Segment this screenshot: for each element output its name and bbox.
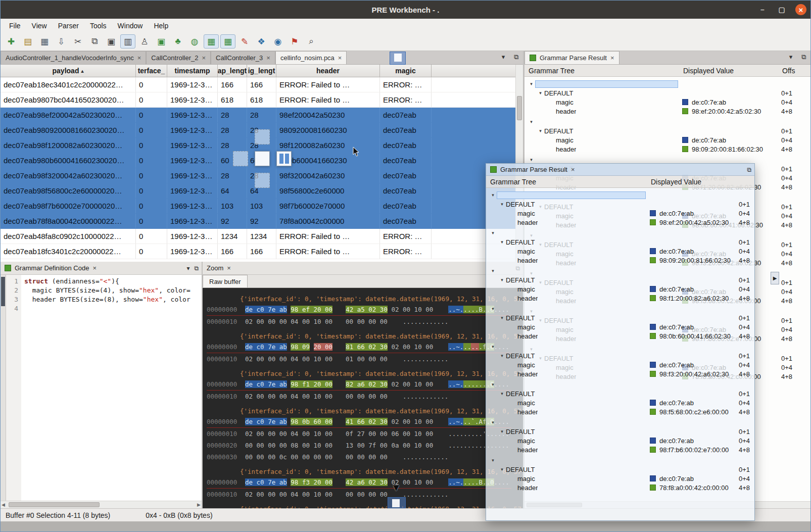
float-panel-button[interactable]: ⧉ [512,53,521,61]
title-bar[interactable]: PRE Workbench - . – ▢ × [1,1,810,19]
tree-leaf-row[interactable]: magicde:c0:7e:ab0+4 [489,474,754,483]
chevron-down-icon[interactable]: ▾ [489,306,497,311]
hex-row[interactable]: 0000003000 00 00 0c 00 00 00 0000 00 00 … [207,451,450,463]
hex-row[interactable]: 00000000de c0 7e ab 98 f3 20 0042 a6 02 … [207,476,511,489]
menu-item-help[interactable]: Help [148,20,174,32]
tree-leaf-row[interactable]: header98:09:20:00:81:66:02:304+8 [489,256,754,265]
tree-node-row[interactable]: ▾DEFAULT0+1 [528,126,810,135]
tree-node-row[interactable]: ▾ [489,456,754,465]
pin-button[interactable]: ⚑ [287,34,302,49]
cut-button[interactable]: ✂ [70,34,85,49]
grammar-code-titlebar[interactable]: Grammar Definition Code × ▾ ⧉ [1,262,202,275]
tree-node-row[interactable]: ▾ [489,190,754,200]
chevron-down-icon[interactable]: ▾ [489,420,497,425]
tree-node-row[interactable]: ▾DEFAULT0+1 [489,465,754,474]
network-button[interactable]: ◍ [187,34,202,49]
close-icon[interactable]: × [610,54,614,62]
tree-node-row[interactable]: ▾ [489,380,754,389]
hex-dump-view[interactable]: {'interface_id': 0, 'timestamp': datetim… [203,288,523,508]
column-header-aplengt[interactable]: ap_lengt [218,65,247,77]
menu-item-file[interactable]: File [4,20,26,32]
tree-node-row[interactable]: ▾DEFAULT0+1 [489,237,754,247]
code-editor[interactable]: 1234 struct (endianness="<"){ magic BYTE… [1,275,202,501]
tree-leaf-row[interactable]: magicde:c0:7e:ab0+4 [489,284,754,294]
hex-row[interactable]: 00000000de c0 7e ab 98 0b 60 0041 66 02 … [207,416,511,428]
reparse-button[interactable]: ▥ [120,34,135,49]
close-button[interactable]: × [795,4,806,15]
column-header-payload[interactable]: payload▴ [1,65,136,77]
paste-button[interactable]: ▣ [104,34,119,49]
chevron-down-icon[interactable]: ▾ [498,315,506,320]
highlighter-button[interactable]: ✎ [237,34,252,49]
tree-leaf-row[interactable]: magicde:c0:7e:ab0+4 [489,247,754,256]
chevron-down-icon[interactable]: ▾ [498,467,506,472]
column-header-iglengt[interactable]: ig_lengt [247,65,276,77]
tree-node-row[interactable]: ▾DEFAULT0+1 [528,88,810,98]
tree-leaf-row[interactable]: magicde:c0:7e:ab0+4 [528,98,810,107]
maximize-button[interactable]: ▢ [776,4,787,15]
hex-row[interactable]: 0000002000 00 00 00 08 00 10 0013 00 7f … [207,440,511,451]
tree-leaf-row[interactable]: magicde:c0:7e:ab0+4 [528,135,810,144]
chevron-down-icon[interactable]: ▾ [489,344,497,349]
parse-table-alt-button[interactable]: ▦ [220,34,235,49]
chevron-down-icon[interactable]: ▾ [489,230,497,235]
tree-leaf-row[interactable]: header98:f1:20:00:82:a6:02:304+8 [489,294,754,303]
chevron-down-icon[interactable]: ▾ [498,277,506,282]
tab-grammar-parse-result[interactable]: Grammar Parse Result × [524,51,619,64]
chevron-down-icon[interactable]: ▾ [498,391,506,396]
tree-leaf-row[interactable]: magicde:c0:7e:ab0+4 [489,322,754,331]
close-icon[interactable]: × [92,264,97,272]
tree-node-row[interactable]: ▾DEFAULT0+1 [489,351,754,360]
tree-node-row[interactable]: ▾DEFAULT0+1 [489,200,754,209]
tree-leaf-row[interactable]: magicde:c0:7e:ab0+4 [489,398,754,407]
tree-node-row[interactable]: ▾DEFAULT0+1 [489,427,754,436]
tree-node-row[interactable]: ▾ [489,228,754,237]
menu-item-view[interactable]: View [26,20,53,32]
doc-tab-1[interactable]: AudioController_1_handleVocoderInfo_sync… [1,51,146,64]
column-header-header[interactable]: header [276,65,380,77]
table-row[interactable]: dec07eab78f8a00042c00000022…01969-12-3…9… [1,214,523,229]
import-button[interactable]: ⇩ [54,34,69,49]
tree-node-row[interactable]: ▾DEFAULT0+1 [489,313,754,322]
chevron-down-icon[interactable]: ▾ [528,119,535,124]
menu-item-tools[interactable]: Tools [84,20,112,32]
column-grammar-tree[interactable]: Grammar Tree [486,178,647,186]
panel-float-button[interactable]: ⧉ [194,265,199,272]
scroll-right-icon[interactable]: ▶ [197,502,201,507]
floating-titlebar[interactable]: Grammar Parse Result × ⧉ [486,164,754,176]
close-icon[interactable]: × [571,166,575,173]
tree-leaf-row[interactable]: magicde:c0:7e:ab0+4 [489,436,754,445]
code-line[interactable]: header BYTES(size=(8), show="hex", color [24,295,202,304]
column-offset[interactable]: Offs [778,67,806,75]
table-row[interactable]: dec07eab18ec3401c2c20000022…01969-12-3…1… [1,77,523,92]
column-header-terface[interactable]: terface_ [136,65,167,77]
floating-grammar-parse-window[interactable]: Grammar Parse Result × ⧉ Grammar Tree Di… [486,163,755,521]
menu-item-window[interactable]: Window [112,20,149,32]
table-row[interactable]: dec07eab9807bc0441650230020…01969-12-3…6… [1,92,523,108]
table-row[interactable]: dec07eab98ef200042a50230020…01969-12-3…2… [1,108,523,123]
chevron-down-icon[interactable]: ▾ [489,458,497,463]
scrollbar-thumb[interactable] [517,96,522,120]
hex-row[interactable]: 0000001002 00 00 00 04 00 10 0000 00 00 … [207,391,450,402]
data-inspector-button[interactable]: ◉ [270,34,285,49]
chevron-down-icon[interactable]: ▾ [498,429,506,434]
tree-leaf-row[interactable]: magicde:c0:7e:ab0+4 [489,360,754,369]
tree-leaf-row[interactable]: header98:f7:b6:00:02:e7:00:004+8 [489,445,754,454]
close-icon[interactable]: × [338,54,342,62]
tree-node-row[interactable]: ▾ [528,79,810,88]
tree-leaf-row[interactable]: header98:ef:20:00:42:a5:02:304+8 [489,218,754,227]
table-row[interactable]: dec07eab18fc3401c2c20000022…01969-12-3…1… [1,244,523,259]
zoom-titlebar[interactable]: Zoom × ⧉ [203,262,523,275]
scrollbar-thumb[interactable] [9,502,100,507]
tree-leaf-row[interactable]: header98:0b:60:00:41:66:02:304+8 [489,331,754,341]
parse-table-button[interactable]: ▦ [204,34,219,49]
hex-row[interactable]: 00000000de c0 7e ab 98 ef 20 0042 a5 02 … [207,304,511,316]
chevron-down-icon[interactable]: ▾ [498,202,506,207]
column-displayed-value[interactable]: Displayed Value [647,178,736,186]
doc-tab-2[interactable]: CallController_2× [146,51,211,64]
chevron-down-icon[interactable]: ▾ [528,81,535,86]
tree-leaf-row[interactable]: magicde:c0:7e:ab0+4 [489,209,754,218]
chevron-down-icon[interactable]: ▾ [528,157,535,162]
hex-row[interactable]: 00000000de c0 7e ab 98 f1 20 0082 a6 02 … [207,378,511,391]
table-row[interactable]: dec07eab48fa8c0902c10000022…01969-12-3…1… [1,229,523,244]
